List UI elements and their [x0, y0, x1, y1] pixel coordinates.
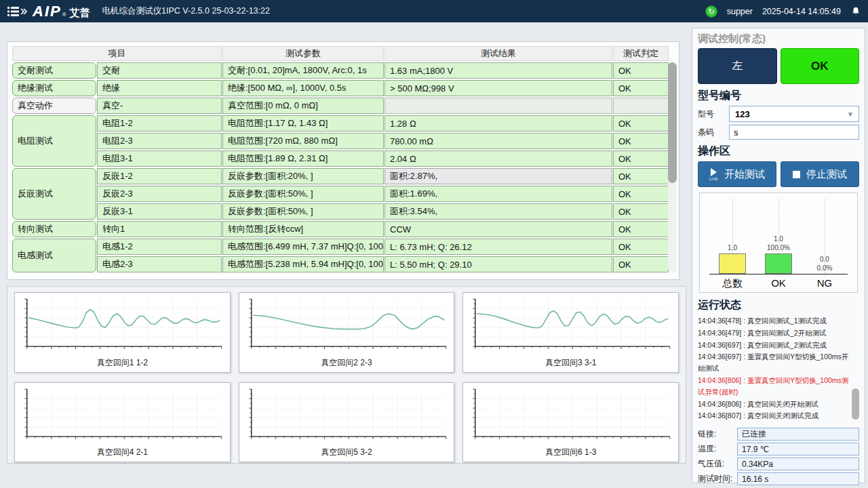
control-sidebar: 调试控制(常态) 左 OK 型号编号 型号 123 ▼ 条码 操作区 LIVE [692, 28, 865, 483]
debug-control-title: 调试控制(常态) [698, 33, 859, 45]
logo-chinese-name: 艾普 [70, 7, 90, 20]
vacuum-chart-5-plot [243, 386, 450, 447]
chevron-down-icon: ▼ [847, 110, 854, 118]
table-scrollbar[interactable] [668, 62, 677, 272]
barcode-label: 条码 [698, 127, 729, 138]
name-cell: 反嵌1-2 [97, 168, 222, 184]
chart-card: 真空回间4 2-1 [14, 382, 231, 463]
pressure-value[interactable]: 0.34KPa [737, 458, 859, 470]
test-time-value[interactable]: 16.16 s [737, 472, 859, 485]
chart-title: 真空回间4 2-1 [19, 446, 226, 460]
stats-bar-chart: 1.0 1.0 100.0% 0.0 0.0% [699, 192, 858, 293]
judge-cell: OK [613, 256, 669, 272]
judge-cell: OK [613, 115, 669, 131]
judge-cell: OK [613, 150, 669, 167]
params-cell: 绝缘:[500 MΩ, ∞], 1000V, 0.5s [222, 80, 384, 96]
username: supper [727, 7, 753, 16]
header-params: 测试参数 [222, 46, 384, 61]
table-row[interactable]: 电阻3-1 电阻范围:[1.89 Ω, 2.31 Ω] 2.04 Ω OK [12, 150, 669, 167]
name-cell: 转向1 [97, 221, 222, 237]
name-cell: 电阻1-2 [97, 115, 222, 131]
stop-icon [793, 171, 800, 178]
chart-title: 真空回间3 3-1 [467, 357, 674, 371]
chart-title: 真空回间1 1-2 [19, 357, 226, 371]
result-cell: L: 5.50 mH; Q: 29.10 [384, 256, 612, 272]
judge-cell: OK [613, 203, 669, 220]
judge-cell: OK [613, 80, 669, 96]
name-cell: 反嵌2-3 [97, 186, 222, 202]
judge-cell: OK [613, 168, 669, 184]
table-row[interactable]: 电阻测试 电阻1-2 电阻范围:[1.17 Ω, 1.43 Ω] 1.28 Ω … [12, 115, 669, 131]
start-test-button[interactable]: LIVE 开始测试 [698, 161, 776, 187]
params-cell: 反嵌参数:[面积:20%, ] [222, 168, 384, 184]
table-row[interactable]: 真空动作 真空- 真空范围:[0 mΩ, 0 mΩ] [12, 98, 669, 114]
barcode-input[interactable] [729, 125, 859, 140]
actions-section-title: 操作区 [698, 144, 859, 159]
pressure-label: 气压值: [698, 458, 737, 470]
vacuum-chart-4-plot [19, 386, 226, 447]
ok-button[interactable]: OK [781, 48, 860, 84]
user-status-icon: ↻ [705, 5, 717, 18]
group-cell: 电感测试 [12, 239, 96, 272]
stat-col-ok: 1.0 100.0% [755, 199, 802, 274]
stat-col-total: 1.0 [709, 199, 755, 274]
result-cell: 1.28 Ω [384, 115, 612, 131]
stat-ng-values: 0.0 0.0% [817, 256, 833, 272]
temperature-label: 温度: [698, 443, 737, 455]
test-time-label: 测试时间: [698, 473, 737, 485]
app-logo: AIP ® 艾普 [33, 3, 90, 20]
result-cell: 面积:3.54%, [384, 203, 612, 220]
table-row[interactable]: 绝缘测试 绝缘 绝缘:[500 MΩ, ∞], 1000V, 0.5s > 50… [12, 80, 669, 96]
run-status-title: 运行状态 [698, 298, 859, 312]
table-row[interactable]: 电阻2-3 电阻范围:[720 mΩ, 880 mΩ] 780.00 mΩ OK [12, 133, 669, 149]
params-cell: 电阻范围:[1.17 Ω, 1.43 Ω] [222, 115, 384, 131]
test-results-panel: 项目 测试参数 测试结果 测试判定 交耐测试 交耐 交耐:[0.01, 20]m… [7, 41, 679, 280]
chart-title: 真空回间6 1-3 [467, 446, 674, 460]
model-label: 型号 [698, 108, 729, 120]
table-header-row: 项目 测试参数 测试结果 测试判定 [12, 46, 669, 61]
logo-text: AIP [33, 3, 62, 20]
table-row[interactable]: 转向测试 转向1 转向范围:[反转ccw] CCW OK [12, 221, 669, 237]
header-result: 测试结果 [384, 46, 612, 61]
chart-title: 真空回间2 2-3 [243, 357, 450, 371]
header-judge: 测试判定 [613, 46, 669, 61]
left-button[interactable]: 左 [698, 48, 777, 84]
table-row[interactable]: 反嵌测试 反嵌1-2 反嵌参数:[面积:20%, ] 面积:2.87%, OK [12, 168, 669, 184]
table-row[interactable]: 交耐测试 交耐 交耐:[0.01, 20]mA, 1800V, Arc:0, 1… [12, 62, 669, 79]
params-cell: 电阻范围:[720 mΩ, 880 mΩ] [222, 133, 384, 149]
log-entry: 14:04:36[806] : 真空回间关闭开始测试 [698, 399, 850, 410]
start-test-label: 开始测试 [724, 168, 765, 181]
table-row[interactable]: 电感2-3 电感范围:[5.238 mH, 5.94 mH]Q:[0, 100]… [12, 256, 669, 272]
log-entry: 14:04:36[697] : 真空回间测试_2测试完成 [698, 340, 850, 351]
app-title: 电机综合测试仪1IPC V-2.5.0 25-03-22-13:22 [102, 5, 270, 17]
params-cell: 电感范围:[5.238 mH, 5.94 mH]Q:[0, 100] [222, 256, 384, 272]
menu-icon[interactable] [7, 5, 27, 18]
table-row[interactable]: 反嵌2-3 反嵌参数:[面积:50%, ] 面积:1.69%, OK [12, 186, 669, 202]
log-scrollbar-thumb[interactable] [852, 388, 859, 420]
link-value[interactable]: 已连接 [737, 428, 859, 441]
params-cell: 反嵌参数:[面积:50%, ] [222, 203, 384, 220]
model-select-value: 123 [735, 109, 750, 119]
params-cell: 真空范围:[0 mΩ, 0 mΩ] [222, 98, 384, 114]
stop-test-button[interactable]: 停止测试 [781, 161, 859, 187]
log-entry: 14:04:36[479] : 真空回间测试_2开始测试 [698, 327, 850, 339]
play-icon: LIVE [709, 168, 718, 181]
params-cell: 电感范围:[6.499 mH, 7.37 mH]Q:[0, 100] [222, 239, 384, 255]
table-row[interactable]: 电感测试 电感1-2 电感范围:[6.499 mH, 7.37 mH]Q:[0,… [12, 239, 669, 255]
group-cell: 转向测试 [12, 221, 96, 237]
table-row[interactable]: 反嵌3-1 反嵌参数:[面积:50%, ] 面积:3.54%, OK [12, 203, 669, 220]
model-select[interactable]: 123 ▼ [729, 106, 859, 122]
group-cell: 交耐测试 [12, 62, 96, 79]
result-cell [384, 98, 612, 114]
result-cell: 2.04 Ω [384, 150, 612, 167]
temperature-value[interactable]: 17.9 ℃ [737, 443, 859, 455]
run-status-log[interactable]: 14:04:36[478] : 真空回间测试_1测试完成 14:04:36[47… [698, 315, 859, 424]
name-cell: 反嵌3-1 [97, 203, 222, 220]
bell-icon[interactable] [850, 6, 861, 17]
result-cell: 780.00 mΩ [384, 133, 612, 149]
judge-cell: OK [613, 239, 669, 255]
table-scrollbar-thumb[interactable] [668, 62, 677, 183]
name-cell: 电感2-3 [97, 256, 222, 272]
header-item: 项目 [12, 46, 222, 61]
topbar: AIP ® 艾普 电机综合测试仪1IPC V-2.5.0 25-03-22-13… [0, 0, 868, 22]
